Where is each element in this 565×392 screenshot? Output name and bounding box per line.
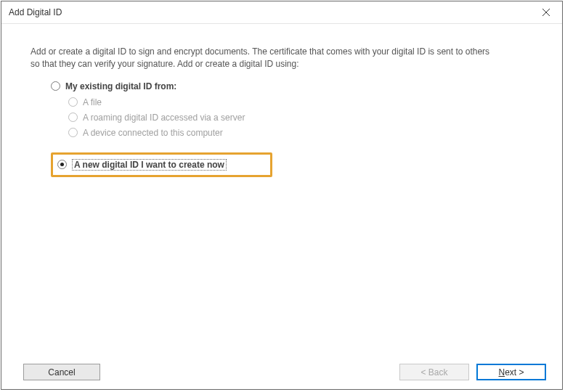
dialog-content: Add or create a digital ID to sign and e… <box>1 24 562 355</box>
dialog-footer: Cancel < Back Next > <box>1 355 562 389</box>
option-group: My existing digital ID from: A file A ro… <box>51 81 540 177</box>
radio-icon <box>68 128 78 137</box>
radio-icon <box>51 81 60 91</box>
existing-sub-options: A file A roaming digital ID accessed via… <box>68 97 540 138</box>
option-file: A file <box>68 97 540 107</box>
radio-icon <box>68 97 78 107</box>
window-title: Add Digital ID <box>9 7 62 17</box>
option-existing-label: My existing digital ID from: <box>65 81 176 91</box>
next-rest: ext > <box>505 367 524 377</box>
option-device: A device connected to this computer <box>68 128 540 138</box>
option-existing[interactable]: My existing digital ID from: <box>51 81 540 91</box>
option-new-label: A new digital ID I want to create now <box>72 159 227 171</box>
radio-icon-checked <box>57 160 67 169</box>
option-roaming-label: A roaming digital ID accessed via a serv… <box>83 113 245 123</box>
add-digital-id-dialog: Add Digital ID Add or create a digital I… <box>1 1 563 390</box>
intro-text: Add or create a digital ID to sign and e… <box>31 46 495 71</box>
radio-icon <box>68 113 78 122</box>
close-button[interactable] <box>529 1 562 23</box>
cancel-button[interactable]: Cancel <box>23 364 100 380</box>
next-mnemonic: N <box>498 367 505 377</box>
titlebar: Add Digital ID <box>1 1 562 24</box>
close-icon <box>542 9 550 16</box>
highlight-box: A new digital ID I want to create now <box>51 152 272 177</box>
option-file-label: A file <box>83 97 102 107</box>
back-button: < Back <box>399 364 469 380</box>
option-device-label: A device connected to this computer <box>83 128 223 138</box>
option-new[interactable]: A new digital ID I want to create now <box>57 159 227 171</box>
option-roaming: A roaming digital ID accessed via a serv… <box>68 113 540 123</box>
next-button[interactable]: Next > <box>476 364 546 380</box>
